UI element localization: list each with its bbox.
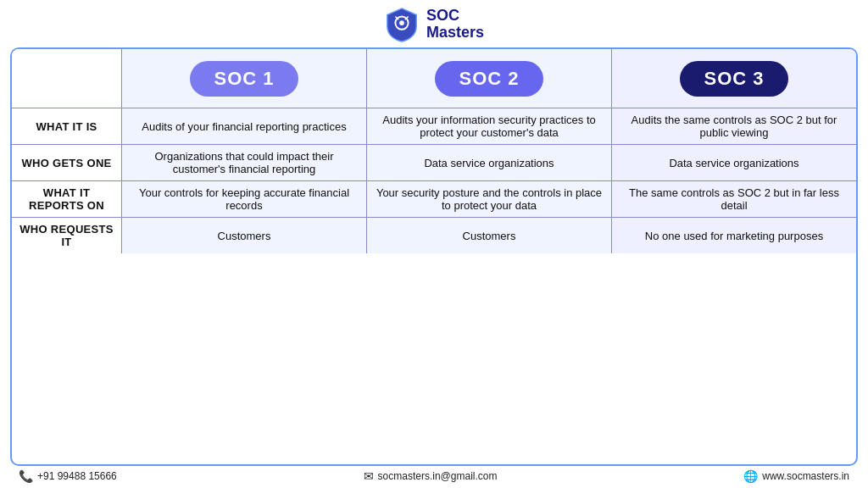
row-label-3: WHO REQUESTS IT — [12, 218, 122, 253]
soc1-header: SOC 1 — [122, 49, 367, 108]
footer: 📞 +91 99488 15666 ✉ socmasters.in@gmail.… — [10, 466, 858, 483]
table-row: WHAT IT REPORTS ON Your controls for kee… — [12, 181, 856, 218]
table-row: WHO REQUESTS IT Customers Customers No o… — [12, 218, 856, 253]
table-row: WHAT IT IS Audits of your financial repo… — [12, 108, 856, 145]
svg-point-1 — [399, 20, 404, 25]
soc3-badge: SOC 3 — [680, 61, 787, 97]
phone-number: +91 99488 15666 — [37, 470, 117, 482]
row-soc3-1: Data service organizations — [612, 145, 856, 180]
email-icon: ✉ — [364, 469, 374, 483]
row-soc1-1: Organizations that could impact their cu… — [122, 145, 367, 180]
soc3-header: SOC 3 — [612, 49, 856, 108]
row-soc2-3: Customers — [367, 218, 612, 253]
page-container: SOC Masters SOC 1 SOC 2 SOC 3 WHAT IT IS… — [0, 0, 868, 488]
table-header-row: SOC 1 SOC 2 SOC 3 — [12, 49, 856, 108]
header: SOC Masters — [10, 7, 858, 42]
logo-masters: Masters — [426, 25, 484, 42]
footer-website: 🌐 www.socmasters.in — [743, 469, 849, 483]
row-soc1-0: Audits of your financial reporting pract… — [122, 108, 367, 144]
table-body: WHAT IT IS Audits of your financial repo… — [12, 108, 856, 253]
row-soc2-0: Audits your information security practic… — [367, 108, 612, 144]
website-url: www.socmasters.in — [762, 470, 849, 482]
comparison-table: SOC 1 SOC 2 SOC 3 WHAT IT IS Audits of y… — [10, 47, 858, 466]
row-label-2: WHAT IT REPORTS ON — [12, 181, 122, 217]
header-empty-label — [12, 49, 122, 108]
row-soc1-3: Customers — [122, 218, 367, 253]
row-label-0: WHAT IT IS — [12, 108, 122, 144]
footer-email: ✉ socmasters.in@gmail.com — [364, 469, 498, 483]
logo-text: SOC Masters — [426, 8, 484, 42]
table-row: WHO GETS ONE Organizations that could im… — [12, 145, 856, 181]
web-icon: 🌐 — [743, 469, 758, 483]
row-soc3-0: Audits the same controls as SOC 2 but fo… — [612, 108, 856, 144]
row-soc2-1: Data service organizations — [367, 145, 612, 180]
phone-icon: 📞 — [19, 469, 33, 483]
row-soc1-2: Your controls for keeping accurate finan… — [122, 181, 367, 217]
soc-masters-logo-icon — [384, 7, 420, 42]
row-soc3-3: No one used for marketing purposes — [612, 218, 856, 253]
footer-phone: 📞 +91 99488 15666 — [19, 469, 117, 483]
soc1-badge: SOC 1 — [190, 61, 298, 97]
row-soc2-2: Your security posture and the controls i… — [367, 181, 612, 217]
row-soc3-2: The same controls as SOC 2 but in far le… — [612, 181, 856, 217]
email-address: socmasters.in@gmail.com — [378, 470, 498, 482]
logo-soc: SOC — [426, 8, 484, 25]
row-label-1: WHO GETS ONE — [12, 145, 122, 180]
soc2-badge: SOC 2 — [435, 61, 542, 97]
soc2-header: SOC 2 — [367, 49, 612, 108]
